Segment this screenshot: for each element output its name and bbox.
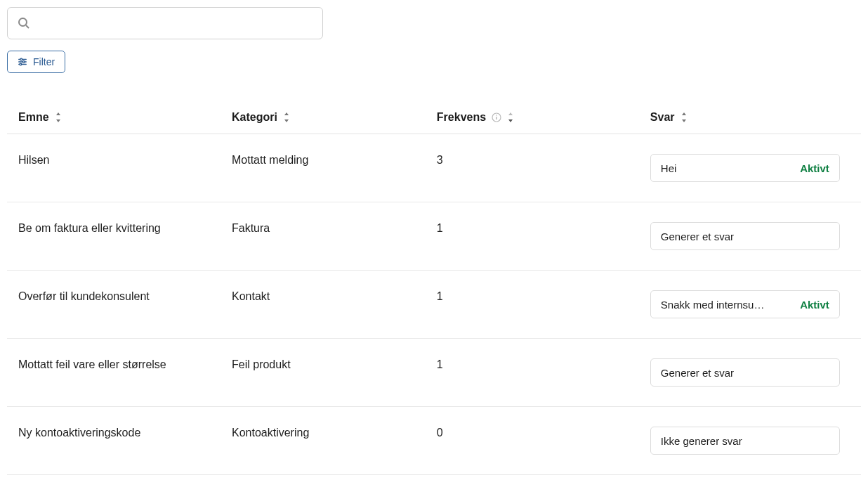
column-header-kategori[interactable]: Kategori [221, 101, 426, 134]
search-input[interactable] [7, 7, 323, 39]
cell-kategori: Kontoaktivering [221, 475, 426, 481]
column-label: Kategori [232, 111, 277, 124]
column-label: Frekvens [437, 111, 486, 124]
table-row[interactable]: Mottatt feil vare eller størrelseFeil pr… [7, 339, 861, 407]
status-badge: Aktivt [800, 162, 829, 174]
column-header-emne[interactable]: Emne [7, 101, 221, 134]
status-badge: Aktivt [800, 299, 829, 311]
sliders-icon [18, 57, 27, 67]
column-label: Emne [18, 111, 49, 124]
svar-text: Generer et svar [661, 367, 734, 379]
cell-frekvens: 0 [426, 407, 639, 475]
cell-emne: Mottatt feil vare eller størrelse [7, 339, 221, 407]
cell-kategori: Feil produkt [221, 339, 426, 407]
svg-point-0 [19, 18, 27, 26]
sort-icon [507, 112, 514, 122]
svg-point-7 [20, 63, 22, 65]
svar-select[interactable]: Snakk med internsu…Aktivt [650, 290, 840, 318]
info-icon [492, 112, 501, 122]
search-icon [17, 16, 31, 30]
cell-frekvens: 1 [426, 271, 639, 339]
cell-svar: Ikke generer svar [639, 407, 861, 475]
cell-emne: Overfør til kundekonsulent [7, 271, 221, 339]
cell-kategori: Faktura [221, 202, 426, 271]
svar-text: Hei [661, 162, 677, 174]
cell-emne: Be om faktura eller kvittering [7, 202, 221, 271]
table-row[interactable]: Be om faktura eller kvitteringFaktura1Ge… [7, 202, 861, 271]
svg-point-5 [22, 61, 25, 63]
table-row[interactable]: Ny kontoaktiveringskodeKontoaktivering0I… [7, 407, 861, 475]
sort-icon [55, 112, 62, 122]
svg-line-1 [26, 25, 29, 28]
filter-label: Filter [33, 56, 55, 67]
column-header-frekvens[interactable]: Frekvens [426, 101, 639, 134]
cell-frekvens: 1 [426, 202, 639, 271]
svar-select[interactable]: Generer et svar [650, 222, 840, 250]
topics-table: Emne Kategori Frekvens [7, 101, 861, 480]
cell-kategori: Kontoaktivering [221, 407, 426, 475]
cell-svar: HeiAktivt [639, 134, 861, 202]
table-row[interactable]: Be om ny aktiveringslenke for kontoKonto… [7, 475, 861, 481]
svar-select[interactable]: Ikke generer svar [650, 427, 840, 455]
sort-icon [283, 112, 290, 122]
cell-kategori: Kontakt [221, 271, 426, 339]
svar-text: Generer et svar [661, 231, 734, 242]
cell-emne: Be om ny aktiveringslenke for konto [7, 475, 221, 481]
column-label: Svar [650, 111, 675, 124]
table-row[interactable]: Overfør til kundekonsulentKontakt1Snakk … [7, 271, 861, 339]
cell-emne: Hilsen [7, 134, 221, 202]
cell-frekvens: 1 [426, 339, 639, 407]
cell-frekvens: 3 [426, 134, 639, 202]
table-row[interactable]: HilsenMottatt melding3HeiAktivt [7, 134, 861, 202]
cell-svar: Snakk med internsu…Aktivt [639, 271, 861, 339]
cell-kategori: Mottatt melding [221, 134, 426, 202]
cell-svar: Generer et svar [639, 475, 861, 481]
cell-svar: Generer et svar [639, 202, 861, 271]
svar-text: Snakk med internsu… [661, 299, 765, 311]
sort-icon [680, 112, 688, 122]
cell-frekvens: 0 [426, 475, 639, 481]
svg-point-10 [496, 115, 497, 116]
svar-select[interactable]: Generer et svar [650, 358, 840, 387]
column-header-svar[interactable]: Svar [639, 101, 861, 134]
search-container [7, 7, 323, 39]
svar-text: Ikke generer svar [661, 435, 742, 447]
svg-point-3 [20, 58, 22, 60]
filter-button[interactable]: Filter [7, 51, 65, 73]
cell-svar: Generer et svar [639, 339, 861, 407]
svar-select[interactable]: HeiAktivt [650, 154, 840, 182]
cell-emne: Ny kontoaktiveringskode [7, 407, 221, 475]
